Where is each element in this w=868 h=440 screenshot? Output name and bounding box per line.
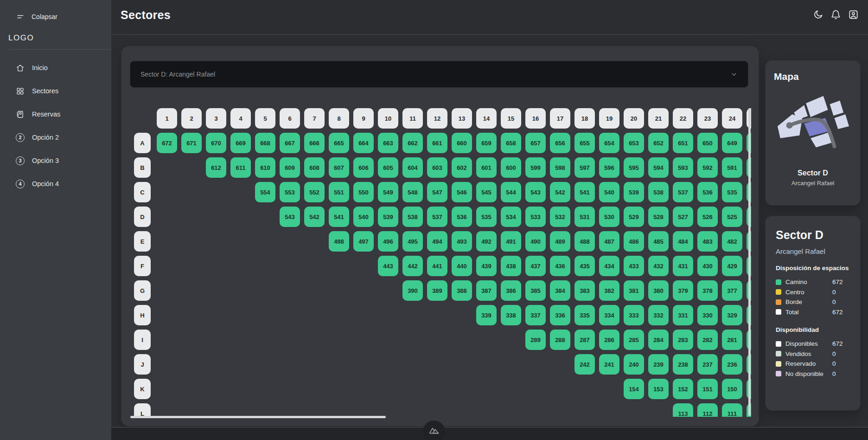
seat-cell[interactable]: 611: [230, 157, 251, 178]
seat-cell[interactable]: 609: [280, 157, 300, 178]
seat-cell[interactable]: 653: [624, 133, 644, 153]
seat-cell[interactable]: 605: [378, 157, 398, 178]
seat-cell[interactable]: 431: [673, 256, 693, 276]
seat-cell[interactable]: 285: [624, 330, 644, 350]
seat-cell[interactable]: 283: [673, 330, 693, 350]
seat-cell[interactable]: 237: [697, 354, 718, 375]
seat-cell[interactable]: 331: [673, 305, 693, 325]
seat-cell[interactable]: 151: [697, 379, 718, 399]
seat-cell[interactable]: 597: [574, 157, 595, 178]
seat-cell[interactable]: 655: [574, 133, 595, 153]
seat-cell[interactable]: 152: [673, 379, 693, 399]
seat-cell[interactable]: 332: [648, 305, 669, 325]
seat-cell[interactable]: 529: [624, 207, 644, 227]
seat-cell[interactable]: 333: [624, 305, 644, 325]
seat-cell[interactable]: 443: [378, 256, 398, 276]
seat-cell[interactable]: 111: [722, 403, 742, 417]
seat-cell[interactable]: 497: [353, 231, 374, 252]
seat-cell[interactable]: 669: [230, 133, 251, 153]
seat-cell[interactable]: 382: [599, 280, 619, 301]
seat-cell[interactable]: 667: [280, 133, 300, 153]
seat-cell[interactable]: 113: [673, 403, 693, 417]
seat-cell[interactable]: 330: [697, 305, 718, 325]
horizontal-scrollbar-thumb[interactable]: [130, 416, 386, 418]
seat-cell[interactable]: 543: [525, 182, 546, 202]
seat-cell[interactable]: 663: [378, 133, 398, 153]
seat-cell[interactable]: 441: [427, 256, 447, 276]
seat-cell[interactable]: 240: [624, 354, 644, 375]
seat-cell[interactable]: 239: [648, 354, 669, 375]
seat-cell[interactable]: 550: [353, 182, 374, 202]
seat-cell[interactable]: 666: [304, 133, 325, 153]
seat-cell[interactable]: 336: [550, 305, 570, 325]
seat-cell[interactable]: 541: [574, 182, 595, 202]
seat-cell[interactable]: 388: [452, 280, 472, 301]
seat-cell[interactable]: 594: [648, 157, 669, 178]
seat-cell[interactable]: 338: [501, 305, 521, 325]
seat-cell[interactable]: 551: [329, 182, 349, 202]
seat-cell[interactable]: 607: [329, 157, 349, 178]
seat-cell[interactable]: 483: [697, 231, 718, 252]
seat-cell[interactable]: 491: [501, 231, 521, 252]
seat-cell[interactable]: 552: [304, 182, 325, 202]
seat-cell[interactable]: 482: [722, 231, 742, 252]
seat-cell[interactable]: 381: [624, 280, 644, 301]
seat-cell[interactable]: 537: [673, 182, 693, 202]
seat-cell[interactable]: 535: [476, 207, 497, 227]
seat-cell[interactable]: 662: [402, 133, 423, 153]
seat-cell[interactable]: 543: [280, 207, 300, 227]
seat-cell[interactable]: 600: [501, 157, 521, 178]
seat-cell[interactable]: 671: [181, 133, 202, 153]
seat-cell[interactable]: 335: [574, 305, 595, 325]
seat-cell[interactable]: 554: [255, 182, 275, 202]
seat-cell[interactable]: 432: [648, 256, 669, 276]
seat-cell[interactable]: 484: [673, 231, 693, 252]
seat-cell[interactable]: 440: [452, 256, 472, 276]
seat-cell[interactable]: 592: [697, 157, 718, 178]
seat-cell[interactable]: 531: [574, 207, 595, 227]
seat-cell[interactable]: 377: [722, 280, 742, 301]
seat-cell[interactable]: 534: [501, 207, 521, 227]
seat-cell[interactable]: 498: [329, 231, 349, 252]
seat-cell[interactable]: 672: [157, 133, 177, 153]
seat-cell[interactable]: 112: [697, 403, 718, 417]
seat-cell[interactable]: 537: [427, 207, 447, 227]
seat-cell[interactable]: 651: [673, 133, 693, 153]
sidebar-item-inicio[interactable]: Inicio: [0, 56, 111, 79]
seat-cell[interactable]: 384: [550, 280, 570, 301]
seat-cell[interactable]: 654: [599, 133, 619, 153]
seat-cell[interactable]: 536: [697, 182, 718, 202]
seat-cell[interactable]: 547: [427, 182, 447, 202]
seat-cell[interactable]: 439: [476, 256, 497, 276]
seat-cell[interactable]: 496: [378, 231, 398, 252]
sidebar-item-sectores[interactable]: Sectores: [0, 79, 111, 103]
collapse-sidebar-button[interactable]: Colapsar: [0, 0, 111, 21]
seat-cell[interactable]: 241: [599, 354, 619, 375]
seat-cell[interactable]: 536: [452, 207, 472, 227]
seat-cell[interactable]: 542: [550, 182, 570, 202]
seat-cell[interactable]: 595: [624, 157, 644, 178]
seat-cell[interactable]: 539: [378, 207, 398, 227]
seat-cell[interactable]: 657: [525, 133, 546, 153]
seat-cell[interactable]: 389: [427, 280, 447, 301]
seat-cell[interactable]: 383: [574, 280, 595, 301]
seat-cell[interactable]: 548: [402, 182, 423, 202]
seat-cell[interactable]: 542: [304, 207, 325, 227]
seat-cell[interactable]: 545: [476, 182, 497, 202]
profile-icon[interactable]: [848, 9, 859, 20]
seat-cell[interactable]: 486: [624, 231, 644, 252]
seat-cell[interactable]: 495: [402, 231, 423, 252]
seat-cell[interactable]: 334: [599, 305, 619, 325]
seat-cell[interactable]: 238: [673, 354, 693, 375]
seat-cell[interactable]: 284: [648, 330, 669, 350]
seat-cell[interactable]: 661: [427, 133, 447, 153]
seat-cell[interactable]: 289: [525, 330, 546, 350]
seat-cell[interactable]: 494: [427, 231, 447, 252]
seat-cell[interactable]: 656: [550, 133, 570, 153]
seat-cell[interactable]: 337: [525, 305, 546, 325]
seat-cell[interactable]: 435: [574, 256, 595, 276]
seat-cell[interactable]: 599: [525, 157, 546, 178]
seat-cell[interactable]: 596: [599, 157, 619, 178]
vertical-scrollbar-thumb[interactable]: [748, 108, 751, 416]
sidebar-item-reservas[interactable]: Reservas: [0, 103, 111, 126]
